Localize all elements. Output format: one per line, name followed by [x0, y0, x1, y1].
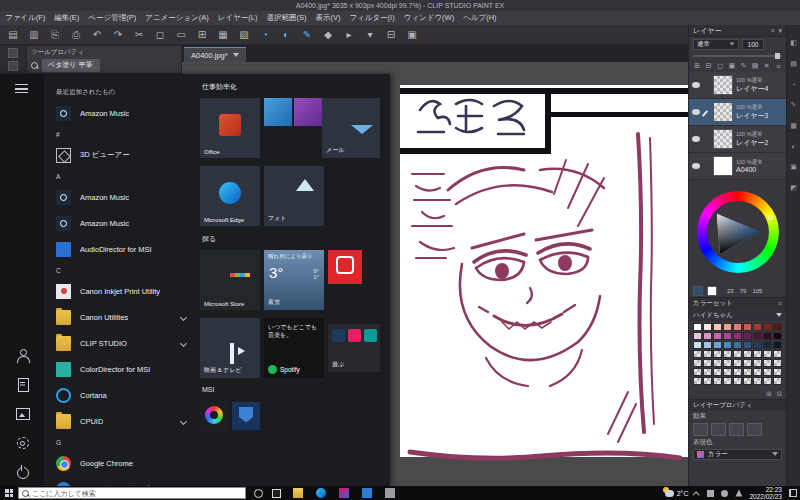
app-list-item[interactable]: Amazon Music [50, 210, 198, 236]
edge-icon[interactable] [316, 488, 326, 498]
panel-menu-icon[interactable]: ≡ [770, 27, 774, 35]
color-swatch[interactable] [703, 368, 712, 376]
app-list-letter[interactable]: A [50, 168, 198, 184]
layer-thumbnail[interactable] [713, 156, 733, 176]
app-list-item[interactable]: Amazon Music [50, 100, 198, 126]
tile-red-app[interactable] [328, 250, 362, 284]
search-icon[interactable] [31, 62, 38, 69]
color-wheel[interactable] [697, 191, 779, 273]
tile-small-blue[interactable] [264, 98, 292, 126]
tile-msi-center[interactable] [232, 402, 260, 430]
tile-edge[interactable]: Microsoft Edge [200, 166, 260, 226]
panel-tab-icon[interactable]: ◔ [791, 81, 795, 88]
toolbar-icon[interactable]: ✂ [132, 29, 146, 40]
toolbar-icon[interactable]: ⎙ [69, 29, 83, 41]
toolbar-icon[interactable]: ⊞ [195, 29, 209, 40]
add-swatch-icon[interactable]: ⊞ [766, 390, 771, 398]
color-swatch[interactable] [743, 377, 752, 385]
tile-mail[interactable]: メール [322, 98, 380, 158]
show-hidden-icons-chevron[interactable] [693, 491, 700, 498]
tile-photos[interactable]: フォト [264, 166, 324, 226]
primary-color-chip[interactable] [693, 286, 703, 296]
menu-item[interactable]: フィルター(I) [349, 13, 394, 23]
toolbar-icon[interactable]: ▥ [27, 29, 41, 40]
toolbar-icon[interactable]: ▭ [174, 29, 188, 40]
layer-thumbnail[interactable] [713, 129, 733, 149]
color-swatch[interactable] [773, 377, 782, 385]
app-list-letter[interactable]: # [50, 126, 198, 142]
layer-tool-icon[interactable]: ⊟ [705, 62, 713, 70]
color-swatch[interactable] [733, 350, 742, 358]
color-swatch[interactable] [713, 359, 722, 367]
app-list-item[interactable]: 3D ビューアー [50, 142, 198, 168]
color-swatch[interactable] [733, 341, 742, 349]
color-swatch[interactable] [703, 359, 712, 367]
app-list-item[interactable]: Canon Utilities [50, 304, 198, 330]
brush-tool-icon[interactable] [8, 61, 18, 71]
app-list-letter[interactable]: G [50, 434, 198, 450]
color-swatch[interactable] [773, 332, 782, 340]
layer-tool-icon[interactable]: ✎ [740, 62, 748, 70]
settings-icon[interactable] [16, 436, 29, 449]
tile-weather[interactable]: 晴れ所により曇り 3° 9° 1° 東京 [264, 250, 324, 310]
visibility-eye-icon[interactable] [692, 136, 700, 142]
palette-select[interactable]: ハイドちゃん [689, 309, 786, 321]
border-effect-icon[interactable] [693, 423, 708, 436]
search-input[interactable] [32, 490, 242, 497]
app-icon[interactable] [362, 488, 372, 498]
color-swatch[interactable] [693, 323, 702, 331]
color-swatch[interactable] [723, 323, 732, 331]
toolbar-icon[interactable]: ▸ [342, 29, 356, 40]
toolbar-icon[interactable]: ⎘ [48, 29, 62, 41]
cortana-icon[interactable] [254, 489, 263, 498]
taskbar-clock[interactable]: 22:23 2022/02/23 [749, 486, 782, 500]
panel-tab-icon[interactable]: ▦ [790, 122, 797, 130]
color-swatch[interactable] [743, 359, 752, 367]
layer-tool-icon[interactable]: ≡ [774, 63, 782, 70]
secondary-color-chip[interactable] [707, 286, 717, 296]
selected-subtool[interactable]: ベタ塗り 平筆 [42, 59, 100, 72]
opacity-slider-knob[interactable] [775, 53, 780, 59]
color-swatch[interactable] [763, 323, 772, 331]
color-swatch[interactable] [753, 350, 762, 358]
task-view-icon[interactable] [272, 489, 281, 498]
color-swatch[interactable] [773, 323, 782, 331]
layer-thumbnail[interactable] [713, 75, 733, 95]
menu-item[interactable]: ウィンドウ(W) [404, 13, 454, 23]
menu-item[interactable]: レイヤー(L) [218, 13, 258, 23]
color-swatch[interactable] [773, 350, 782, 358]
color-swatch[interactable] [733, 323, 742, 331]
panel-tab-icon[interactable]: ▤ [790, 60, 797, 68]
color-swatch[interactable] [763, 368, 772, 376]
color-triangle[interactable] [717, 210, 761, 254]
menu-item[interactable]: 表示(V) [315, 13, 340, 23]
file-explorer-icon[interactable] [293, 488, 303, 498]
visibility-eye-icon[interactable] [692, 163, 700, 169]
color-swatch[interactable] [733, 359, 742, 367]
visibility-eye-icon[interactable] [692, 109, 700, 115]
app-list-item[interactable]: Cortana [50, 382, 198, 408]
color-swatch[interactable] [713, 368, 722, 376]
chevron-down-icon[interactable] [180, 339, 187, 346]
color-swatch[interactable] [713, 341, 722, 349]
color-swatch[interactable] [763, 332, 772, 340]
clip-studio-paint-icon[interactable] [339, 488, 349, 498]
action-center-icon[interactable] [789, 489, 797, 497]
tile-movies-tv[interactable]: 映画 & テレビ [200, 318, 260, 378]
color-swatch[interactable] [723, 350, 732, 358]
color-swatch[interactable] [743, 323, 752, 331]
documents-icon[interactable] [16, 378, 29, 391]
menu-item[interactable]: ヘルプ(H) [463, 13, 496, 23]
color-swatch[interactable] [763, 377, 772, 385]
app-list-item[interactable]: Amazon Music [50, 184, 198, 210]
app-list-item[interactable]: CLIP STUDIO [50, 330, 198, 356]
tile-store[interactable]: Microsoft Store [200, 250, 260, 310]
color-swatch[interactable] [743, 368, 752, 376]
extract-line-effect-icon[interactable] [747, 423, 762, 436]
menu-item[interactable]: ページ管理(P) [88, 13, 136, 23]
tray-icon[interactable] [707, 490, 714, 497]
color-swatch[interactable] [723, 332, 732, 340]
panel-tab-icon[interactable]: ▣ [790, 163, 797, 171]
color-swatch[interactable] [733, 377, 742, 385]
color-swatch[interactable] [693, 377, 702, 385]
